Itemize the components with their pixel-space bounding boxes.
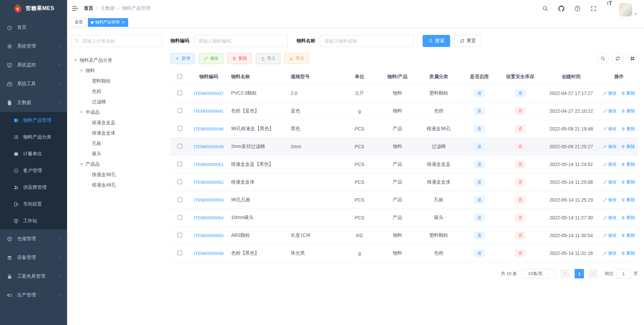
code-filter-input[interactable]: [194, 35, 288, 47]
tree-caret-icon[interactable]: [80, 163, 83, 165]
row-edit-link[interactable]: 修改: [603, 197, 617, 203]
row-checkbox[interactable]: [177, 162, 182, 166]
breadcrumb-home[interactable]: 首页: [84, 5, 93, 11]
row-edit-link[interactable]: 修改: [603, 250, 617, 256]
import-button[interactable]: 导入: [256, 53, 280, 64]
item-code-link[interactable]: ITEM00000049: [194, 144, 224, 149]
row-delete-link[interactable]: 删除: [621, 90, 635, 96]
row-delete-link[interactable]: 删除: [621, 108, 635, 114]
github-icon[interactable]: [554, 0, 568, 17]
item-code-link[interactable]: ITEM00000041: [194, 109, 224, 114]
tree-node-finished[interactable]: 产成品: [71, 159, 162, 169]
row-delete-link[interactable]: 删除: [621, 179, 635, 185]
tree-node-root[interactable]: 物料及产品分类: [71, 55, 162, 65]
add-button[interactable]: 新增: [170, 53, 195, 64]
tree-leaf[interactable]: 过滤棉: [71, 97, 162, 107]
tree-leaf[interactable]: 塑料颗粒: [71, 76, 162, 86]
sidebar-subitem-material-product-mgmt[interactable]: 物料产品管理: [0, 112, 67, 129]
tree-leaf[interactable]: 色粉: [71, 86, 162, 97]
sidebar-item-tooling-mgmt[interactable]: 工装夹具管理: [0, 267, 67, 286]
tree-node-semi-finished[interactable]: 半成品: [71, 107, 162, 117]
row-checkbox[interactable]: [177, 179, 182, 184]
page-size-select[interactable]: 10条/页: [522, 269, 556, 278]
breadcrumb-master-data[interactable]: 主数据: [101, 5, 115, 11]
prev-page-button[interactable]: [560, 269, 570, 278]
sidebar-subitem-supplier-mgmt[interactable]: 供应商管理: [0, 179, 67, 196]
sidebar-subitem-workshop-settings[interactable]: 车间设置: [0, 196, 67, 213]
row-checkbox[interactable]: [177, 197, 182, 202]
toggle-search-button[interactable]: [597, 53, 608, 64]
item-code-link[interactable]: ITEM00000056: [194, 251, 224, 256]
tree-leaf[interactable]: 移液盒96孔: [71, 169, 162, 180]
sidebar-collapse-button[interactable]: [67, 0, 83, 17]
item-code-link[interactable]: ITEM00000055: [194, 233, 224, 238]
tree-caret-icon[interactable]: [80, 70, 83, 72]
tree-caret-icon[interactable]: [80, 111, 83, 113]
row-delete-link[interactable]: 删除: [621, 232, 635, 238]
font-size-icon[interactable]: TT: [603, 0, 616, 17]
row-edit-link[interactable]: 修改: [603, 90, 617, 96]
row-edit-link[interactable]: 修改: [603, 179, 617, 185]
tree-leaf[interactable]: 移液盒盒体: [71, 128, 162, 138]
row-checkbox[interactable]: [177, 126, 182, 131]
user-menu[interactable]: [619, 0, 637, 16]
tab-material-product-mgmt[interactable]: 物料产品管理: [88, 18, 128, 27]
sidebar-subitem-measure-unit[interactable]: 计量单位: [0, 146, 67, 162]
avatar[interactable]: [619, 3, 632, 16]
sidebar-item-system-tools[interactable]: 系统工具: [0, 74, 67, 93]
help-icon[interactable]: [571, 0, 584, 17]
row-delete-link[interactable]: 删除: [621, 215, 635, 221]
close-icon[interactable]: [121, 20, 125, 24]
row-delete-link[interactable]: 删除: [621, 161, 635, 167]
sidebar-item-warehouse-mgmt[interactable]: 仓储管理: [0, 229, 67, 248]
row-checkbox[interactable]: [177, 251, 182, 255]
row-edit-link[interactable]: 修改: [603, 232, 617, 238]
sidebar-item-home[interactable]: 首页: [0, 18, 67, 37]
sidebar-subitem-workstation[interactable]: 工作站: [0, 213, 67, 229]
refresh-table-button[interactable]: [612, 53, 623, 64]
item-code-link[interactable]: ITEM00000054: [194, 215, 224, 220]
reset-button[interactable]: 重置: [454, 35, 482, 47]
item-code-link[interactable]: ITEM00000037: [194, 91, 224, 96]
column-settings-button[interactable]: [627, 53, 638, 64]
sidebar-item-system-monitor[interactable]: 系统监控: [0, 56, 67, 74]
row-edit-link[interactable]: 修改: [603, 126, 617, 132]
sidebar-item-production-mgmt[interactable]: 生产管理: [0, 286, 67, 305]
export-button[interactable]: 导出: [284, 53, 309, 64]
row-checkbox[interactable]: [177, 233, 182, 237]
row-checkbox[interactable]: [177, 108, 182, 113]
tree-caret-icon[interactable]: [74, 59, 77, 61]
delete-button[interactable]: 删除: [227, 53, 252, 64]
item-code-link[interactable]: ITEM00000053: [194, 198, 224, 203]
row-edit-link[interactable]: 修改: [603, 215, 617, 221]
tab-home[interactable]: 首页: [72, 18, 86, 27]
tree-leaf[interactable]: 移液盒盒盖: [71, 117, 162, 128]
row-delete-link[interactable]: 删除: [621, 250, 635, 256]
sidebar-item-master-data[interactable]: 主数据: [0, 93, 67, 112]
fullscreen-icon[interactable]: [587, 0, 600, 17]
row-checkbox[interactable]: [177, 144, 182, 149]
app-logo[interactable]: K 苦糖果MES: [0, 0, 67, 17]
row-delete-link[interactable]: 删除: [621, 144, 635, 150]
row-edit-link[interactable]: 修改: [603, 161, 617, 167]
name-filter-input[interactable]: [320, 35, 414, 47]
tree-leaf[interactable]: 吸头: [71, 149, 162, 159]
sidebar-item-equipment-mgmt[interactable]: 设备管理: [0, 248, 67, 267]
sidebar-subitem-customer-mgmt[interactable]: 客户管理: [0, 162, 67, 179]
row-edit-link[interactable]: 修改: [603, 108, 617, 114]
next-page-button[interactable]: [589, 269, 598, 278]
search-icon[interactable]: [538, 0, 552, 17]
tree-leaf[interactable]: 孔板: [71, 138, 162, 149]
category-search-input[interactable]: [71, 35, 162, 47]
tree-node-material[interactable]: 物料: [71, 65, 162, 76]
row-delete-link[interactable]: 删除: [621, 197, 635, 203]
page-number-1[interactable]: 1: [575, 269, 584, 278]
row-checkbox[interactable]: [177, 215, 182, 220]
edit-button[interactable]: 修改: [199, 53, 223, 64]
row-edit-link[interactable]: 修改: [603, 144, 617, 150]
row-delete-link[interactable]: 删除: [621, 126, 635, 132]
goto-page-input[interactable]: [616, 269, 631, 278]
tree-leaf[interactable]: 移液盒48孔: [71, 180, 162, 190]
row-checkbox[interactable]: [177, 91, 182, 95]
item-code-link[interactable]: ITEM00000046: [194, 126, 224, 131]
